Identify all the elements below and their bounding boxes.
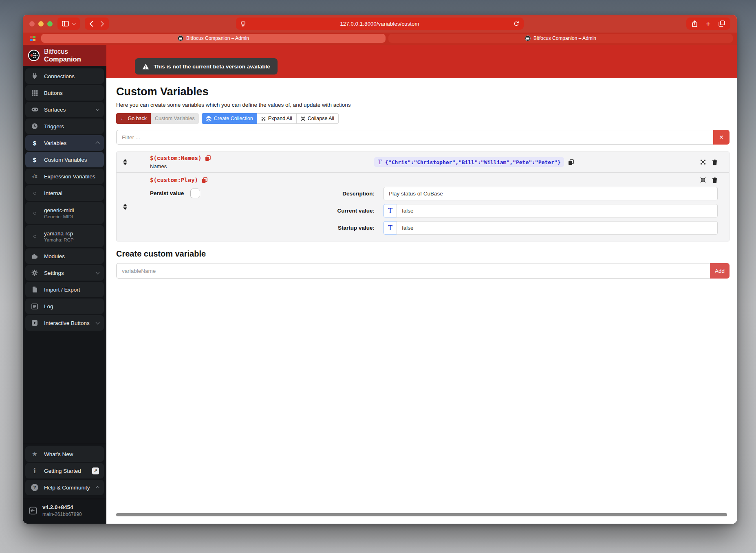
persist-value-label: Persist value bbox=[150, 189, 184, 196]
dot-icon bbox=[29, 235, 40, 238]
clock-icon bbox=[29, 123, 40, 129]
sidebar-item-modules[interactable]: Modules bbox=[25, 248, 104, 264]
expand-all-button[interactable]: Expand All bbox=[257, 113, 297, 124]
variable-name-input[interactable] bbox=[116, 263, 710, 279]
puzzle-icon bbox=[29, 253, 40, 259]
copy-icon[interactable] bbox=[568, 159, 574, 165]
filter-row: ✕ bbox=[116, 130, 730, 145]
sidebar-item-label: Help & Community bbox=[44, 485, 90, 491]
sidebar-item-label: Modules bbox=[44, 253, 65, 259]
back-arrow-icon: ← bbox=[120, 116, 126, 121]
variable-name: $(custom:Play) bbox=[150, 177, 198, 183]
clear-filter-button[interactable]: ✕ bbox=[713, 130, 730, 145]
dollar-icon: $ bbox=[29, 156, 40, 163]
window-controls bbox=[29, 21, 53, 26]
page-subtitle: Here you can create some variables which… bbox=[116, 102, 730, 108]
chevron-down-icon[interactable] bbox=[72, 21, 76, 25]
sidebar-item-help-community[interactable]: ? Help & Community bbox=[25, 480, 104, 495]
variables-list: $(custom:Names) Names T {"Chris":"Christ… bbox=[116, 151, 730, 241]
create-collection-button[interactable]: Create Collection bbox=[202, 113, 257, 124]
delete-variable-icon[interactable] bbox=[712, 159, 718, 165]
sidebar-item-import-export[interactable]: Import / Export bbox=[25, 282, 104, 297]
sidebar-item-generic-midi[interactable]: generic-midi Generic: MIDI bbox=[25, 202, 104, 224]
sidebar-item-surfaces[interactable]: Surfaces bbox=[25, 102, 104, 117]
copy-icon[interactable] bbox=[202, 177, 207, 183]
description-input[interactable] bbox=[384, 187, 718, 200]
play-square-icon bbox=[29, 320, 40, 326]
info-icon: i bbox=[29, 467, 40, 475]
current-value-input[interactable] bbox=[397, 204, 718, 217]
external-link-icon: ↗ bbox=[92, 467, 99, 474]
sidebar-toggle-icon[interactable] bbox=[62, 21, 69, 26]
sidebar-item-connections[interactable]: Connections bbox=[25, 68, 104, 84]
collapse-all-button[interactable]: Collapse All bbox=[297, 113, 339, 124]
close-window-button[interactable] bbox=[29, 21, 35, 26]
zoom-window-button[interactable] bbox=[47, 21, 53, 26]
warning-icon bbox=[142, 64, 149, 70]
chevron-up-icon bbox=[96, 142, 100, 146]
filter-input[interactable] bbox=[116, 130, 713, 145]
top-banner: This is not the current beta version ava… bbox=[106, 45, 737, 78]
chevron-up-icon bbox=[96, 486, 100, 490]
tab-overview-icon[interactable] bbox=[719, 20, 725, 27]
forward-button[interactable] bbox=[100, 21, 104, 27]
page-settings-icon[interactable] bbox=[240, 21, 246, 26]
sidebar-item-sublabel: Generic: MIDI bbox=[44, 214, 74, 219]
expand-row-icon[interactable] bbox=[700, 159, 706, 165]
sidebar-item-buttons[interactable]: Buttons bbox=[25, 85, 104, 101]
star-icon: ★ bbox=[29, 450, 40, 458]
version-text: v4.2.0+8454 bbox=[42, 504, 82, 510]
text-type-button[interactable]: T bbox=[384, 221, 397, 235]
tab-inactive[interactable]: Bitfocus Companion – Admin bbox=[388, 34, 733, 43]
pinned-tab[interactable] bbox=[27, 34, 38, 43]
beta-warning-toast: This is not the current beta version ava… bbox=[135, 58, 278, 75]
current-value-label: Current value: bbox=[318, 208, 375, 214]
sidebar-item-variables[interactable]: $ Variables bbox=[25, 135, 104, 151]
text-type-button[interactable]: T bbox=[384, 204, 397, 217]
sidebar-item-whats-new[interactable]: ★ What's New bbox=[25, 446, 104, 462]
sidebar-item-expression-variables[interactable]: √x Expression Variables bbox=[25, 169, 104, 184]
add-variable-button[interactable]: Add bbox=[710, 263, 730, 279]
sidebar-item-yamaha-rcp[interactable]: yamaha-rcp Yamaha: RCP bbox=[25, 225, 104, 247]
tab-active[interactable]: Bitfocus Companion – Admin bbox=[41, 34, 386, 43]
sidebar-nav: Connections Buttons Surfaces Triggers $ bbox=[23, 66, 106, 332]
sidebar: Bitfocus Companion Connections Buttons S… bbox=[23, 45, 106, 524]
sidebar-item-custom-variables[interactable]: $ Custom Variables bbox=[25, 152, 104, 167]
sidebar-spacer bbox=[23, 332, 106, 444]
share-icon[interactable] bbox=[692, 20, 698, 27]
sidebar-item-log[interactable]: Log bbox=[25, 298, 104, 314]
delete-variable-icon[interactable] bbox=[712, 177, 718, 183]
sidebar-item-triggers[interactable]: Triggers bbox=[25, 118, 104, 134]
new-tab-icon[interactable]: + bbox=[706, 20, 710, 28]
reload-icon[interactable] bbox=[514, 21, 519, 26]
companion-favicon bbox=[178, 35, 183, 41]
sidebar-item-label: generic-midi bbox=[44, 207, 74, 213]
persist-value-checkbox[interactable] bbox=[190, 189, 200, 198]
sidebar-item-internal[interactable]: Internal bbox=[25, 185, 104, 201]
address-bar[interactable]: 127.0.0.1:8000/variables/custom bbox=[236, 18, 524, 30]
desktop-background: 127.0.0.1:8000/variables/custom + Bitfoc… bbox=[0, 0, 756, 553]
copy-icon[interactable] bbox=[205, 155, 211, 161]
sidebar-item-settings[interactable]: Settings bbox=[25, 265, 104, 281]
collapse-sidebar-icon[interactable] bbox=[29, 506, 37, 515]
horizontal-scrollbar[interactable] bbox=[116, 513, 727, 516]
sqrt-icon: √x bbox=[29, 173, 40, 179]
variable-row-play: $(custom:Play) bbox=[117, 173, 729, 241]
sidebar-item-getting-started[interactable]: i Getting Started ↗ bbox=[25, 463, 104, 478]
minimize-window-button[interactable] bbox=[38, 21, 44, 26]
brand-header: Bitfocus Companion bbox=[23, 45, 106, 66]
collapse-row-icon[interactable] bbox=[700, 177, 706, 183]
description-label: Description: bbox=[318, 191, 375, 197]
variable-value-pill: T {"Chris":"Christopher","Bill":"William… bbox=[374, 157, 564, 167]
tab-title: Bitfocus Companion – Admin bbox=[186, 35, 249, 41]
drag-handle-icon[interactable] bbox=[123, 204, 127, 210]
text-type-icon: T bbox=[378, 158, 382, 166]
variable-name: $(custom:Names) bbox=[150, 155, 201, 161]
url-text: 127.0.0.1:8000/variables/custom bbox=[246, 21, 514, 27]
question-icon: ? bbox=[29, 484, 40, 491]
startup-value-input[interactable] bbox=[397, 221, 718, 235]
sidebar-item-interactive-buttons[interactable]: Interactive Buttons bbox=[25, 315, 104, 331]
go-back-button[interactable]: ← Go back bbox=[116, 113, 151, 124]
back-button[interactable] bbox=[89, 21, 93, 27]
drag-handle-icon[interactable] bbox=[123, 159, 127, 165]
